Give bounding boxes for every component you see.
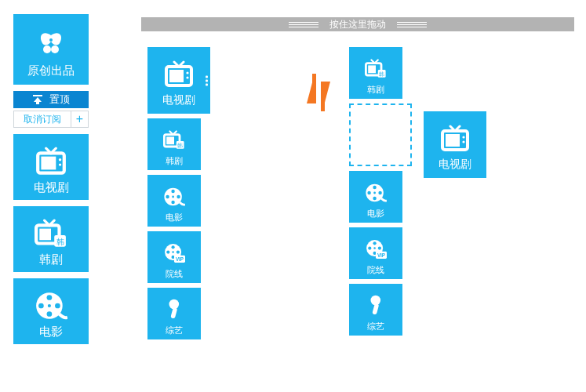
vip-reel-icon: VIP [365,234,387,264]
svg-point-31 [172,196,174,198]
svg-rect-19 [169,70,184,82]
svg-rect-23 [166,137,174,145]
svg-text:韩: 韩 [177,143,183,149]
svg-point-49 [373,186,376,189]
svg-point-17 [48,304,51,307]
tile-label: 电视剧 [162,93,195,107]
svg-point-2 [49,38,53,42]
svg-rect-45 [368,66,376,74]
mic-icon [368,291,384,321]
tile-label: 电影 [367,208,384,220]
right-column: 韩韩剧 电影VIP院线综艺 [349,47,412,340]
svg-rect-9 [39,229,51,241]
svg-point-62 [371,296,381,306]
tv-icon [13,143,89,180]
tile-label: 综艺 [367,321,384,332]
korean-tv-icon: 韩 [163,125,185,155]
korean-tv-icon: 韩 [13,215,89,252]
pin-label: 置顶 [49,93,70,107]
tile-label: 电视剧 [439,158,471,172]
film-reel-icon [163,182,185,212]
drag-handle-icon [289,22,318,27]
svg-point-21 [186,76,188,78]
add-button[interactable]: + [71,111,89,128]
svg-point-20 [186,71,188,74]
tile-label: 韩剧 [367,84,384,96]
unsubscribe-button[interactable]: 取消订阅 [13,111,71,128]
tv-icon [439,120,471,158]
sidebar-item-film-reel[interactable]: 电影 [13,278,89,344]
svg-point-6 [59,158,61,161]
svg-rect-43 [321,82,325,111]
tv-icon [163,56,195,93]
drop-zone[interactable] [349,103,412,166]
svg-point-15 [38,303,44,309]
pin-button[interactable]: 置顶 [13,91,89,108]
svg-point-0 [43,45,51,53]
category-tile[interactable]: 电影 [349,171,402,223]
sidebar-item-label: 电视剧 [34,180,69,195]
svg-point-35 [166,251,169,254]
sidebar-item-korean-tv[interactable]: 韩韩剧 [13,206,89,272]
svg-point-53 [373,192,376,194]
svg-rect-41 [170,307,177,319]
svg-rect-5 [41,157,56,170]
category-tile[interactable]: VIP院线 [147,231,201,283]
svg-point-7 [59,164,61,166]
svg-text:VIP: VIP [176,256,184,262]
pin-arrow-icon [32,95,43,104]
swap-icon [302,71,335,114]
category-tile[interactable]: 韩韩剧 [147,118,201,170]
svg-rect-42 [312,74,316,103]
tile-label: 韩剧 [166,155,183,167]
left-column: 电视剧 韩韩剧电影VIP院线综艺 [147,47,210,344]
svg-point-36 [177,251,180,254]
film-reel-icon [365,178,387,208]
korean-tv-icon: 韩 [365,54,387,84]
svg-point-33 [172,245,175,249]
svg-point-57 [368,247,371,250]
svg-point-37 [172,251,174,253]
mic-icon [166,295,182,325]
sidebar: 原创出品 置顶 取消订阅 + 电视剧韩韩剧电影 [13,14,89,350]
drag-handle-icon [397,22,427,27]
svg-point-16 [55,303,60,309]
category-tile-large[interactable]: 电视剧 [147,47,210,114]
svg-point-30 [177,195,180,198]
svg-rect-63 [372,303,379,315]
svg-text:韩: 韩 [379,71,384,78]
svg-point-59 [373,247,376,249]
svg-point-55 [373,241,377,245]
svg-point-67 [462,140,464,143]
sidebar-item-tv[interactable]: 电视剧 [13,134,89,200]
category-tile[interactable]: VIP院线 [349,227,402,279]
category-tile[interactable]: 电影 [147,175,201,227]
tile-label: 院线 [367,264,384,276]
sidebar-item-label: 电影 [39,325,63,339]
svg-point-58 [378,247,381,250]
svg-point-50 [373,197,376,200]
category-tile-large[interactable]: 电视剧 [424,111,486,178]
svg-point-52 [378,191,381,194]
drag-grip-icon [206,75,208,85]
svg-point-14 [47,311,53,317]
drag-bar[interactable]: 按住这里拖动 [141,17,574,31]
svg-point-40 [169,299,180,310]
category-tile[interactable]: 综艺 [147,288,201,339]
svg-point-27 [171,190,174,193]
tile-label: 电影 [166,212,183,223]
right-column-top: 韩韩剧 [349,47,412,99]
svg-point-13 [47,295,53,300]
sidebar-item-label: 韩剧 [39,252,63,267]
sidebar-original-tile[interactable]: 原创出品 [13,14,89,85]
svg-point-66 [462,136,464,138]
floating-tile[interactable]: 电视剧 [424,111,486,183]
svg-point-28 [171,201,174,204]
svg-rect-65 [446,134,460,147]
tile-label: 综艺 [166,325,183,336]
plus-icon: + [76,113,83,125]
sidebar-original-label: 原创出品 [27,64,75,78]
right-column-items: 电影VIP院线综艺 [349,171,412,336]
category-tile[interactable]: 韩韩剧 [349,47,402,99]
category-tile[interactable]: 综艺 [349,284,402,336]
